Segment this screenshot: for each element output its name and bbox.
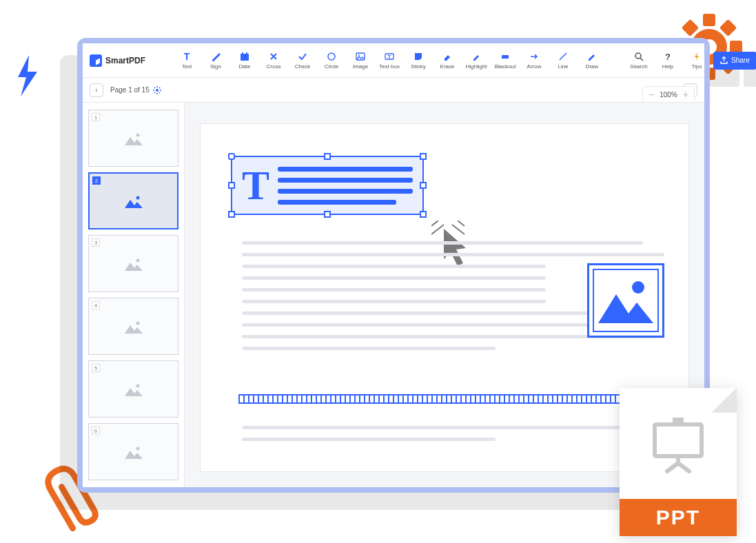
paragraph-lines-below [242,426,664,441]
svg-point-25 [136,196,139,199]
selected-line[interactable] [238,394,664,404]
resize-handle[interactable] [228,153,235,160]
image-placeholder-icon [125,132,143,145]
line-icon [558,51,569,62]
sticky-icon [413,51,424,62]
search-icon [633,51,644,62]
mountain-icon [598,276,653,325]
ppt-file-icon: PPT [620,388,737,536]
action-buttons: Share Download pdf [713,52,756,70]
tool-group-annotate: TText Sign Date Cross Check Circle Image… [167,51,606,70]
image-placeholder-icon [125,320,143,334]
resize-handle[interactable] [420,182,427,189]
resize-handle[interactable] [420,153,427,160]
svg-point-29 [136,447,139,450]
svg-point-21 [635,53,641,59]
image-placeholder-icon [125,445,143,459]
svg-rect-5 [719,19,737,37]
draw-icon [586,51,597,62]
svg-text:?: ? [665,52,671,61]
tool-arrow[interactable]: Arrow [520,51,548,70]
image-placeholder-icon [125,257,143,271]
thumbnail-1[interactable]: 1 [88,110,178,167]
svg-rect-7 [682,19,699,37]
tool-circle[interactable]: Circle [318,51,345,70]
svg-rect-20 [502,55,509,59]
resize-handle[interactable] [228,211,235,218]
image-placeholder-icon [125,194,143,208]
bolt-icon [691,51,702,62]
svg-point-26 [136,258,139,262]
sidebar-thumbnails: 1 2 3 4 5 6 [83,103,185,487]
zoom-in-button[interactable]: + [683,90,688,99]
tool-sticky[interactable]: Sticky [405,51,432,70]
tool-sign[interactable]: Sign [202,51,229,70]
page-indicator: Page 1 of 15 [110,86,161,94]
bolt-decoration [12,54,43,98]
resize-handle[interactable] [324,153,331,160]
zoom-out-button[interactable]: − [648,90,654,99]
tool-textbox[interactable]: TText box [376,51,403,70]
svg-rect-12 [241,54,249,56]
tool-search[interactable]: Search [625,51,653,70]
svg-point-28 [136,384,139,387]
presentation-icon [646,412,710,475]
circle-icon [326,51,337,62]
prev-page-button[interactable]: ‹ [90,83,103,97]
svg-point-24 [136,133,139,136]
brand-icon [90,54,102,67]
tool-date[interactable]: Date [231,51,258,70]
thumbnail-4[interactable]: 4 [88,298,178,355]
thumbnail-3[interactable]: 3 [88,235,178,292]
selected-text-block[interactable]: T [231,156,424,215]
document-page[interactable]: T [200,123,689,472]
tool-erase[interactable]: Erase [433,51,461,70]
resize-handle[interactable] [324,211,331,218]
svg-point-23 [156,89,159,92]
tool-draw[interactable]: Draw [578,51,606,70]
page-bar: ‹ Page 1 of 15 › [83,78,704,103]
svg-point-30 [632,281,644,294]
app-window: SmartPDF TText Sign Date Cross Check Cir… [77,38,710,493]
gear-icon[interactable] [153,86,161,94]
svg-text:T: T [388,54,391,60]
svg-text:T: T [184,52,190,61]
thumbnail-2[interactable]: 2 [88,172,178,229]
thumbnail-6[interactable]: 6 [88,423,178,480]
svg-point-27 [136,321,139,325]
zoom-value: 100% [660,91,677,99]
calendar-icon [239,51,250,62]
svg-rect-1 [703,14,715,26]
tool-image[interactable]: Image [347,51,374,70]
tool-highlight[interactable]: Highlight [462,51,490,70]
text-lines [278,167,413,205]
share-icon [720,57,728,64]
resize-handle[interactable] [228,182,235,189]
arrow-icon [529,51,540,62]
highlight-icon [471,51,482,62]
body: 1 2 3 4 5 6 T [83,103,704,487]
erase-icon [442,51,453,62]
svg-rect-31 [655,424,702,456]
text-glyph: T [242,165,269,206]
tool-blackout[interactable]: Blackout [491,51,519,70]
tool-tips[interactable]: Tips [683,51,711,70]
tool-text[interactable]: TText [173,51,201,70]
tool-cross[interactable]: Cross [260,51,287,70]
svg-rect-13 [242,52,243,54]
tool-line[interactable]: Line [549,51,577,70]
resize-handle[interactable] [420,211,427,218]
textbox-icon: T [384,51,395,62]
tool-group-help: Search ?Help Tips [620,51,711,70]
svg-point-17 [358,54,360,56]
pen-icon [210,51,221,62]
tool-help[interactable]: ?Help [654,51,682,70]
svg-rect-14 [246,52,247,54]
image-placeholder[interactable] [587,263,664,338]
tool-check[interactable]: Check [289,51,316,70]
blackout-icon [500,51,511,62]
check-icon [297,51,308,62]
thumbnail-5[interactable]: 5 [88,360,178,418]
text-icon: T [181,51,192,62]
share-button[interactable]: Share [713,52,756,70]
